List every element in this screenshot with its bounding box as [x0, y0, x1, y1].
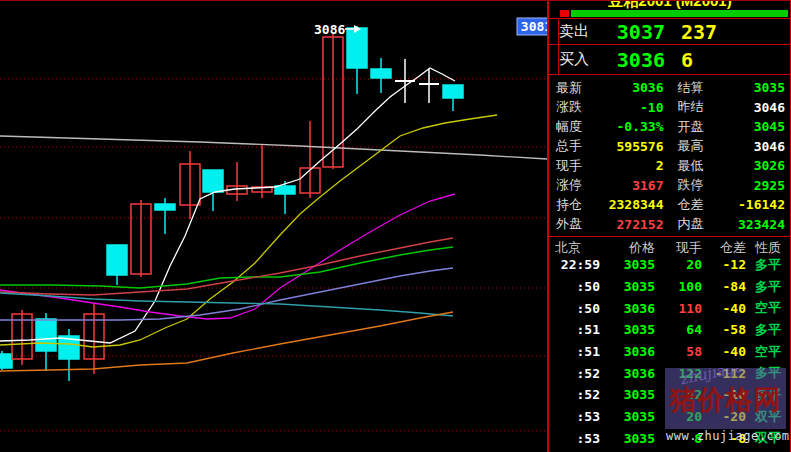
tick-price: 3035 — [600, 322, 655, 337]
kline-chart[interactable]: 30863081 — [0, 1, 547, 452]
info-value: 3035 — [730, 80, 786, 95]
info-label: 跌停 — [678, 176, 730, 194]
bid-row: 买入 3036 6 — [559, 47, 789, 72]
tick-price: 3035 — [600, 279, 655, 294]
futures-trading-terminal: 30863081 豆粕2001 (M2001) 卖出 3037 237 买入 3… — [0, 0, 791, 452]
info-row: 现手2最低3026 — [549, 156, 791, 176]
tick-time: 22:59 — [553, 257, 600, 272]
info-value: 3167 — [608, 178, 664, 193]
tick-time: :52 — [553, 366, 600, 381]
candle-body — [347, 28, 367, 68]
candle-body — [203, 170, 223, 192]
info-value: 3026 — [730, 158, 786, 173]
info-value: 2925 — [730, 178, 786, 193]
info-label: 结算 — [678, 79, 730, 97]
bid-price: 3036 — [603, 48, 665, 72]
info-value: 595576 — [608, 139, 664, 154]
candle-body — [36, 319, 56, 351]
candlestick-chart-canvas[interactable]: 30863081 — [0, 1, 547, 452]
info-row: 最新3036结算3035 — [549, 78, 791, 98]
tick-volume: 110 — [655, 301, 702, 316]
separator — [549, 44, 791, 45]
tick-price: 3036 — [600, 366, 655, 381]
info-label: 昨结 — [678, 98, 730, 116]
candle-body — [275, 186, 295, 194]
tick-nature: 多平 — [746, 256, 791, 274]
tick-time: :51 — [553, 322, 600, 337]
tick-time: :53 — [553, 409, 600, 424]
info-value: 3046 — [730, 139, 786, 154]
quote-info-grid: 最新3036结算3035涨跌-10昨结3046幅度-0.33%开盘3045总手5… — [549, 78, 791, 234]
info-label: 仓差 — [678, 196, 730, 214]
tick-volume: 64 — [655, 322, 702, 337]
info-label: 外盘 — [556, 215, 608, 233]
candle-body — [107, 245, 127, 275]
info-row: 持仓2328344仓差-16142 — [549, 195, 791, 215]
separator — [549, 236, 791, 237]
info-value: 2 — [608, 158, 664, 173]
separator — [549, 74, 791, 75]
info-row: 涨停3167跌停2925 — [549, 176, 791, 196]
info-label: 总手 — [556, 137, 608, 155]
watermark-box: zhujiage 猪价格网 — [665, 368, 786, 429]
tick-row: :51303658-40空平 — [549, 341, 791, 363]
tick-oi-change: -84 — [702, 279, 746, 294]
tick-time: :52 — [553, 387, 600, 402]
info-row: 外盘272152内盘323424 — [549, 215, 791, 235]
info-value: -16142 — [730, 197, 786, 212]
candle-body — [0, 354, 12, 368]
ma-white — [0, 68, 455, 343]
info-label: 涨停 — [556, 176, 608, 194]
ma-teal — [0, 293, 453, 316]
quote-panel: 豆粕2001 (M2001) 卖出 3037 237 买入 3036 6 最新3… — [549, 1, 791, 452]
info-value: 3046 — [730, 100, 786, 115]
tick-row: 22:59303520-12多平 — [549, 254, 791, 276]
tick-row: :503035100-84多平 — [549, 276, 791, 298]
bid-qty: 6 — [681, 48, 693, 72]
tick-price: 3035 — [600, 387, 655, 402]
tick-volume: 20 — [655, 257, 702, 272]
info-label: 最低 — [678, 157, 730, 175]
tick-row: :51303564-58多平 — [549, 319, 791, 341]
bid-label: 买入 — [559, 50, 603, 69]
info-value: 2328344 — [608, 197, 664, 212]
ask-price: 3037 — [603, 20, 665, 44]
tick-price: 3035 — [600, 257, 655, 272]
info-row: 幅度-0.33%开盘3045 — [549, 117, 791, 137]
info-label: 幅度 — [556, 118, 608, 136]
tick-time: :53 — [553, 431, 600, 446]
info-value: 3045 — [730, 119, 786, 134]
info-label: 最高 — [678, 137, 730, 155]
info-label: 持仓 — [556, 196, 608, 214]
tick-oi-change: -40 — [702, 344, 746, 359]
tick-time: :50 — [553, 279, 600, 294]
tick-nature: 多平 — [746, 321, 791, 339]
ask-label: 卖出 — [559, 22, 603, 41]
ma-yellow — [0, 115, 497, 347]
candle-body — [443, 85, 463, 98]
tick-price: 3036 — [600, 344, 655, 359]
tick-row: :503036110-40空平 — [549, 297, 791, 319]
high-price-label: 3086 — [314, 22, 345, 37]
price-tag-label: 3081 — [521, 19, 547, 34]
info-row: 总手595576最高3046 — [549, 137, 791, 157]
tick-nature: 空平 — [746, 299, 791, 317]
info-value: 323424 — [730, 217, 786, 232]
info-label: 最新 — [556, 79, 608, 97]
candle-body — [371, 69, 391, 78]
info-row: 涨跌-10昨结3046 — [549, 98, 791, 118]
tick-price: 3035 — [600, 409, 655, 424]
session-progress — [549, 10, 791, 17]
tick-volume: 58 — [655, 344, 702, 359]
ma-magenta — [0, 194, 455, 319]
info-label: 内盘 — [678, 215, 730, 233]
info-value: 272152 — [608, 217, 664, 232]
tick-volume: 100 — [655, 279, 702, 294]
tick-time: :51 — [553, 344, 600, 359]
progress-bar — [571, 10, 788, 17]
info-value: -0.33% — [608, 119, 664, 134]
info-value: 3036 — [608, 80, 664, 95]
tick-oi-change: -12 — [702, 257, 746, 272]
info-label: 现手 — [556, 157, 608, 175]
tick-nature: 多平 — [746, 278, 791, 296]
